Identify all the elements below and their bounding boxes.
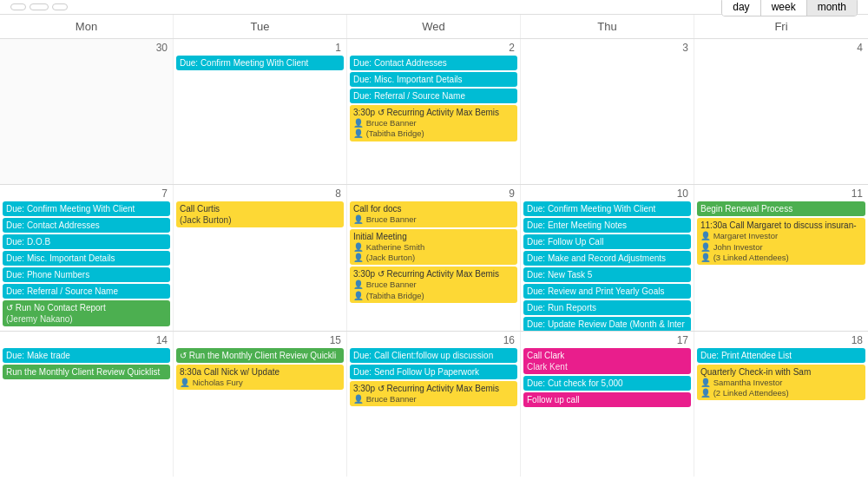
day-headers: Mon Tue Wed Thu Fri	[0, 15, 868, 39]
event-1-2-2[interactable]: 3:30p ↺ Recurring Activity Max Bemis👤 Br…	[350, 266, 517, 303]
view-controls: day week month	[721, 0, 858, 16]
event-1-0-1[interactable]: Due: Contact Addresses	[3, 218, 170, 233]
event-2-2-0[interactable]: Due: Call Client:follow up discussion	[350, 348, 517, 363]
event-1-2-0[interactable]: Call for docs👤 Bruce Banner	[350, 201, 517, 227]
day-cell-2-3: 17Call ClarkClark KentDue: Cut check for…	[521, 332, 694, 477]
event-0-1-0[interactable]: Due: Confirm Meeting With Client	[176, 56, 344, 70]
event-1-3-2[interactable]: Due: Follow Up Call	[523, 234, 691, 249]
prev-button[interactable]	[10, 3, 26, 10]
day-cell-1-0: 7Due: Confirm Meeting With ClientDue: Co…	[0, 185, 174, 330]
week-row-2: 14Due: Make tradeRun the Monthly Client …	[0, 332, 868, 477]
event-1-0-5[interactable]: Due: Referral / Source Name	[3, 284, 170, 299]
day-cell-2-4: 18Due: Print Attendee ListQuarterly Chec…	[694, 332, 868, 477]
header-wed: Wed	[347, 15, 521, 38]
day-cell-0-4: 4	[694, 39, 868, 184]
event-1-0-2[interactable]: Due: D.O.B	[3, 234, 170, 249]
event-1-3-7[interactable]: Due: Update Review Date (Month & Inter	[523, 317, 691, 330]
event-0-2-0[interactable]: Due: Contact Addresses	[350, 56, 517, 70]
event-2-0-1[interactable]: Run the Monthly Client Review Quicklist	[3, 365, 170, 379]
day-cell-0-1: 1Due: Confirm Meeting With Client	[174, 39, 347, 184]
event-2-4-1[interactable]: Quarterly Check-in with Sam👤 Samantha In…	[697, 365, 865, 401]
month-view-button[interactable]: month	[806, 0, 857, 16]
day-number: 11	[697, 187, 865, 201]
event-1-0-6[interactable]: ↺ Run No Contact Report(Jeremy Nakano)	[3, 300, 170, 326]
day-number: 30	[3, 41, 170, 56]
event-1-3-5[interactable]: Due: Review and Print Yearly Goals	[523, 284, 691, 299]
calendar-header: day week month	[0, 0, 868, 15]
day-number: 7	[3, 187, 170, 201]
header-fri: Fri	[694, 15, 868, 38]
event-2-4-0[interactable]: Due: Print Attendee List	[697, 348, 865, 363]
day-cell-1-4: 11Begin Renewal Process11:30a Call Marga…	[694, 185, 868, 330]
week-row-1: 7Due: Confirm Meeting With ClientDue: Co…	[0, 185, 868, 331]
event-1-1-0[interactable]: Call Curtis(Jack Burton)	[176, 201, 344, 227]
event-1-4-0[interactable]: Begin Renewal Process	[697, 201, 865, 216]
event-0-2-3[interactable]: 3:30p ↺ Recurring Activity Max Bemis👤 Br…	[350, 105, 517, 141]
day-number: 2	[350, 41, 517, 56]
calendar: Mon Tue Wed Thu Fri 301Due: Confirm Meet…	[0, 15, 868, 477]
next-button[interactable]	[52, 3, 68, 10]
week-row-0: 301Due: Confirm Meeting With Client2Due:…	[0, 39, 868, 185]
event-1-3-6[interactable]: Due: Run Reports	[523, 300, 691, 315]
event-2-0-0[interactable]: Due: Make trade	[3, 348, 170, 363]
day-number: 4	[697, 41, 865, 56]
day-number: 16	[350, 333, 517, 348]
day-cell-2-1: 15↺ Run the Monthly Client Review Quickl…	[174, 332, 347, 477]
event-1-0-4[interactable]: Due: Phone Numbers	[3, 267, 170, 282]
event-0-2-1[interactable]: Due: Misc. Important Details	[350, 72, 517, 87]
header-thu: Thu	[521, 15, 694, 38]
day-cell-1-3: 10Due: Confirm Meeting With ClientDue: E…	[521, 185, 694, 330]
today-button[interactable]	[30, 3, 49, 10]
day-cell-2-0: 14Due: Make tradeRun the Monthly Client …	[0, 332, 174, 477]
weeks: 301Due: Confirm Meeting With Client2Due:…	[0, 39, 868, 477]
event-2-3-1[interactable]: Due: Cut check for 5,000	[523, 376, 691, 391]
day-cell-0-0: 30	[0, 39, 174, 184]
day-number: 8	[176, 187, 344, 201]
event-2-2-2[interactable]: 3:30p ↺ Recurring Activity Max Bemis👤 Br…	[350, 381, 517, 406]
day-number: 10	[523, 187, 691, 201]
day-number: 1	[176, 41, 344, 56]
event-1-2-1[interactable]: Initial Meeting👤 Katherine Smith👤 (Jack …	[350, 229, 517, 266]
day-cell-0-2: 2Due: Contact AddressesDue: Misc. Import…	[347, 39, 521, 184]
event-2-3-0[interactable]: Call ClarkClark Kent	[523, 348, 691, 374]
event-2-2-1[interactable]: Due: Send Follow Up Paperwork	[350, 365, 517, 379]
day-number: 15	[176, 333, 344, 348]
day-view-button[interactable]: day	[722, 0, 760, 16]
header-tue: Tue	[174, 15, 347, 38]
day-number: 17	[523, 333, 691, 348]
event-0-2-2[interactable]: Due: Referral / Source Name	[350, 89, 517, 103]
event-1-0-0[interactable]: Due: Confirm Meeting With Client	[3, 201, 170, 216]
day-number: 3	[523, 41, 691, 56]
event-2-1-1[interactable]: 8:30a Call Nick w/ Update👤 Nicholas Fury	[176, 365, 344, 390]
event-1-3-3[interactable]: Due: Make and Record Adjustments	[523, 251, 691, 266]
day-cell-1-1: 8Call Curtis(Jack Burton)	[174, 185, 347, 330]
event-1-3-4[interactable]: Due: New Task 5	[523, 267, 691, 282]
event-2-1-0[interactable]: ↺ Run the Monthly Client Review Quickli	[176, 348, 344, 363]
event-1-0-3[interactable]: Due: Misc. Important Details	[3, 251, 170, 266]
nav-controls	[10, 3, 68, 10]
day-cell-2-2: 16Due: Call Client:follow up discussionD…	[347, 332, 521, 477]
header-mon: Mon	[0, 15, 174, 38]
event-1-3-0[interactable]: Due: Confirm Meeting With Client	[523, 201, 691, 216]
event-1-3-1[interactable]: Due: Enter Meeting Notes	[523, 218, 691, 233]
day-number: 14	[3, 333, 170, 348]
event-1-4-1[interactable]: 11:30a Call Margaret to discuss insuran-…	[697, 218, 865, 265]
day-number: 18	[697, 333, 865, 348]
day-cell-1-2: 9Call for docs👤 Bruce BannerInitial Meet…	[347, 185, 521, 330]
day-number: 9	[350, 187, 517, 201]
week-view-button[interactable]: week	[760, 0, 806, 16]
day-cell-0-3: 3	[521, 39, 694, 184]
event-2-3-2[interactable]: Follow up call	[523, 392, 691, 407]
